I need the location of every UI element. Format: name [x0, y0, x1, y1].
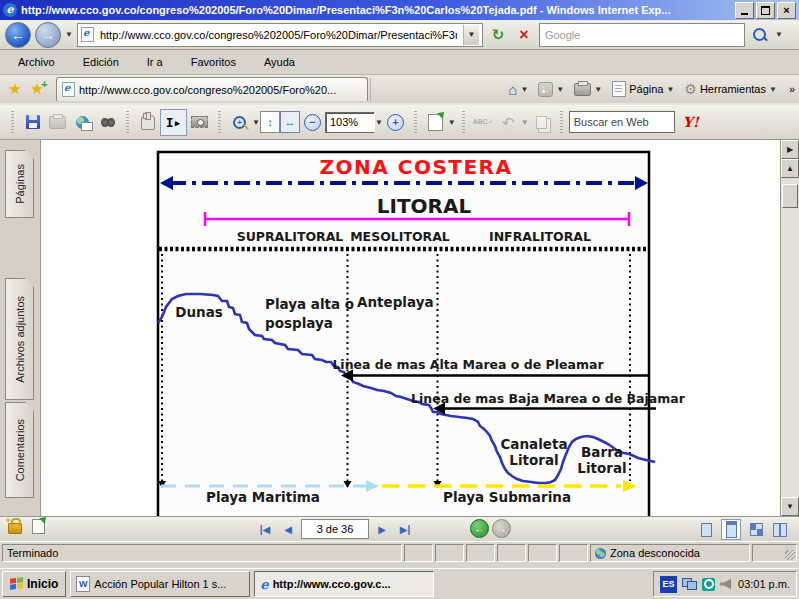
fit-page-button[interactable]: ↕ — [260, 111, 280, 133]
previous-view-button[interactable]: ← — [470, 519, 489, 538]
overflow-chevron[interactable]: » — [789, 83, 795, 95]
feeds-button[interactable]: ▼ — [536, 80, 566, 99]
create-pdf-button[interactable] — [423, 110, 448, 135]
start-button[interactable]: Inicio — [2, 571, 66, 597]
network-icon[interactable] — [682, 578, 697, 590]
status-pane — [404, 544, 433, 562]
fit-width-button[interactable]: ↔ — [280, 111, 300, 133]
back-button[interactable]: ← — [5, 22, 31, 48]
lock-icon — [8, 523, 22, 534]
sidebar-tab-archivos-adjuntos[interactable]: Archivos adjuntos — [5, 278, 34, 400]
menu-favoritos[interactable]: Favoritos — [181, 54, 246, 70]
url-dropdown-button[interactable]: ▼ — [463, 25, 479, 45]
yahoo-logo[interactable]: Y! — [683, 114, 699, 130]
toolbar-grip[interactable] — [218, 111, 221, 133]
email-button[interactable] — [70, 110, 95, 135]
page-menu-button[interactable]: Página▼ — [610, 79, 676, 99]
home-button[interactable]: ⌂▼ — [506, 80, 530, 99]
page-indicator[interactable]: 3 de 36 — [301, 519, 369, 539]
volume-icon[interactable] — [720, 579, 731, 589]
forward-button[interactable]: → — [35, 22, 61, 48]
toolbar-grip[interactable] — [560, 111, 563, 133]
history-dropdown-icon[interactable]: ▼ — [65, 30, 73, 39]
task-button-ie[interactable]: e http://www.cco.gov.c... — [254, 571, 434, 597]
menu-edicion[interactable]: Edición — [73, 54, 129, 70]
single-page-view-button[interactable] — [697, 520, 715, 539]
url-input[interactable] — [98, 28, 459, 42]
canaleta-label-line1: Canaleta — [500, 436, 567, 452]
restore-icon — [761, 6, 770, 15]
print-pdf-button[interactable] — [45, 110, 70, 135]
zoom-out-button[interactable]: − — [300, 110, 325, 135]
ie-logo-icon: e — [3, 3, 17, 17]
stop-button[interactable]: × — [513, 24, 535, 46]
zoom-in-button[interactable]: + — [383, 110, 408, 135]
new-tab-stub[interactable] — [370, 78, 387, 101]
address-bar: ← → ▼ ▼ ↻ × ▼ — [0, 20, 799, 50]
search-pdf-button[interactable] — [95, 110, 120, 135]
web-search-input[interactable] — [570, 116, 674, 128]
browser-tab[interactable]: http://www.cco.gov.co/congreso%202005/Fo… — [56, 77, 368, 101]
facing-view-button[interactable] — [747, 520, 765, 539]
language-indicator[interactable]: ES — [660, 576, 677, 593]
previous-page-button[interactable]: ◀ — [278, 520, 298, 539]
menu-archivo[interactable]: Archivo — [8, 54, 65, 70]
print-button[interactable]: ▼ — [572, 81, 604, 98]
panel-expand-button[interactable]: ▶ — [781, 140, 799, 159]
zoom-tool-dropdown-icon[interactable]: ▼ — [252, 118, 260, 127]
zoom-level-field[interactable] — [325, 112, 375, 133]
copy-button[interactable] — [529, 110, 554, 135]
menu-ir-a[interactable]: Ir a — [137, 54, 173, 70]
undo-button[interactable]: ↶ — [496, 110, 521, 135]
scrollbar-thumb[interactable] — [782, 184, 798, 208]
sidebar-tab-paginas[interactable]: Páginas — [5, 150, 34, 218]
continuous-facing-view-button[interactable] — [771, 520, 789, 539]
toolbar-grip[interactable] — [414, 111, 417, 133]
scroll-down-button[interactable]: ▼ — [781, 497, 799, 516]
tray-app-icon[interactable] — [702, 578, 715, 591]
spellcheck-button[interactable]: ABC✓ — [471, 110, 496, 135]
zoom-level-dropdown-icon[interactable]: ▼ — [375, 118, 383, 127]
restore-button[interactable] — [756, 2, 775, 19]
save-button[interactable] — [20, 110, 45, 135]
continuous-view-button[interactable] — [721, 519, 741, 540]
page-options-button[interactable] — [32, 519, 45, 534]
task-button-word[interactable]: W Acción Popular Hilton 1 s... — [70, 571, 250, 597]
add-favorite-button[interactable]: ★ — [26, 78, 48, 100]
toolbar-grip[interactable] — [11, 111, 14, 133]
toolbar-grip[interactable] — [462, 111, 465, 133]
next-page-button[interactable]: ▶ — [372, 520, 392, 539]
toolbar-grip[interactable] — [126, 111, 129, 133]
stop-icon: × — [519, 27, 528, 43]
url-field[interactable]: ▼ — [77, 23, 483, 47]
zoom-tool-button[interactable]: + — [227, 110, 252, 135]
resize-grip[interactable] — [785, 550, 795, 560]
tools-menu-button[interactable]: ⚙Herramientas▼ — [682, 80, 779, 98]
search-box[interactable] — [539, 23, 745, 47]
close-button[interactable]: × — [777, 2, 796, 19]
undo-dropdown-icon[interactable]: ▼ — [521, 118, 529, 127]
clock[interactable]: 03:01 p.m. — [736, 578, 790, 590]
menu-bar: Archivo Edición Ir a Favoritos Ayuda — [0, 50, 799, 75]
favorites-button[interactable]: ★ — [4, 78, 26, 100]
search-options-dropdown-icon[interactable]: ▼ — [775, 30, 783, 39]
scrollbar-track[interactable] — [781, 178, 799, 497]
hand-tool-button[interactable] — [135, 110, 160, 135]
next-view-button[interactable]: → — [492, 519, 511, 538]
scroll-up-button[interactable]: ▲ — [781, 159, 799, 178]
security-zone: Zona desconocida — [590, 544, 750, 562]
search-input[interactable] — [543, 28, 741, 42]
first-page-button[interactable]: |◀ — [255, 520, 275, 539]
zoom-level-input[interactable] — [326, 116, 374, 128]
search-go-button[interactable] — [749, 24, 771, 46]
web-search-field[interactable] — [569, 111, 675, 133]
snapshot-tool-button[interactable] — [187, 110, 212, 135]
minimize-button[interactable] — [735, 2, 754, 19]
refresh-button[interactable]: ↻ — [487, 24, 509, 46]
select-tool-button[interactable]: I▸ — [160, 109, 187, 136]
menu-ayuda[interactable]: Ayuda — [254, 54, 305, 70]
last-page-button[interactable]: ▶| — [395, 520, 415, 539]
task-label: http://www.cco.gov.c... — [273, 578, 391, 590]
sidebar-tab-comentarios[interactable]: Comentarios — [5, 402, 34, 498]
create-pdf-dropdown-icon[interactable]: ▼ — [448, 118, 456, 127]
